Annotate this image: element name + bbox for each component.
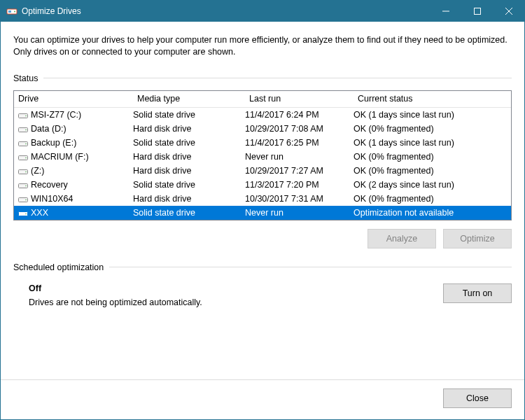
last-run: Never run: [245, 152, 354, 162]
divider: [43, 78, 512, 78]
drive-icon: [18, 209, 28, 216]
drive-list[interactable]: Drive Media type Last run Current status…: [13, 90, 512, 220]
last-run: 10/29/2017 7:27 AM: [245, 166, 354, 176]
media-type: Solid state drive: [133, 138, 245, 148]
svg-point-12: [25, 143, 27, 144]
svg-point-16: [25, 171, 27, 172]
intro-text: You can optimize your drives to help you…: [13, 34, 512, 58]
table-row[interactable]: WIN10X64Hard disk drive10/30/2017 7:31 A…: [14, 192, 511, 206]
last-run: Never run: [245, 208, 354, 218]
drive-icon: [18, 153, 28, 160]
scheduled-header: Scheduled optimization: [13, 262, 512, 272]
drive-name: Backup (E:): [31, 138, 76, 148]
svg-point-14: [25, 157, 27, 158]
current-status: OK (1 days since last run): [354, 110, 511, 120]
optimize-drives-window: Optimize Drives You can optimize your dr…: [0, 0, 525, 420]
current-status: OK (0% fragmented): [354, 166, 511, 176]
drive-name: (Z:): [31, 166, 44, 176]
content-area: You can optimize your drives to help you…: [1, 22, 524, 379]
drive-name: WIN10X64: [31, 194, 73, 204]
svg-point-22: [25, 213, 27, 214]
drive-icon: [18, 181, 28, 188]
drive-name: MSI-Z77 (C:): [31, 110, 81, 120]
footer: Close: [1, 379, 524, 419]
optimize-button[interactable]: Optimize: [443, 229, 512, 248]
analyze-button[interactable]: Analyze: [368, 229, 436, 248]
last-run: 11/4/2017 6:24 PM: [245, 110, 354, 120]
drive-icon: [18, 111, 28, 118]
current-status: Optimization not available: [354, 208, 511, 218]
drive-name: Data (D:): [31, 124, 66, 134]
svg-rect-4: [474, 8, 480, 15]
table-row[interactable]: Backup (E:)Solid state drive11/4/2017 6:…: [14, 136, 511, 150]
status-label: Status: [13, 74, 43, 83]
drive-icon: [18, 167, 28, 174]
last-run: 11/3/2017 7:20 PM: [245, 180, 354, 190]
scheduled-desc: Drives are not being optimized automatic…: [29, 298, 443, 307]
current-status: OK (0% fragmented): [354, 194, 511, 204]
svg-point-8: [25, 115, 27, 116]
scheduled-label: Scheduled optimization: [13, 262, 109, 272]
media-type: Solid state drive: [133, 180, 245, 190]
svg-point-20: [25, 199, 27, 200]
scheduled-state: Off: [29, 284, 443, 293]
scheduled-text: Off Drives are not being optimized autom…: [13, 284, 443, 307]
close-button[interactable]: Close: [443, 388, 512, 408]
drive-icon: [18, 125, 28, 132]
scheduled-body: Off Drives are not being optimized autom…: [13, 284, 512, 307]
app-icon: [6, 6, 18, 17]
media-type: Hard disk drive: [133, 194, 245, 204]
current-status: OK (0% fragmented): [354, 152, 511, 162]
table-row[interactable]: Data (D:)Hard disk drive10/29/2017 7:08 …: [14, 122, 511, 136]
maximize-button[interactable]: [461, 1, 493, 22]
window-title: Optimize Drives: [22, 6, 430, 16]
drive-icon: [18, 195, 28, 202]
current-status: OK (0% fragmented): [354, 124, 511, 134]
drive-list-header[interactable]: Drive Media type Last run Current status: [14, 91, 511, 108]
drive-icon: [18, 139, 28, 146]
svg-point-18: [25, 185, 27, 186]
current-status: OK (1 days since last run): [354, 138, 511, 148]
table-row[interactable]: (Z:)Hard disk drive10/29/2017 7:27 AMOK …: [14, 164, 511, 178]
svg-point-2: [14, 11, 15, 13]
table-row[interactable]: XXXSolid state driveNever runOptimizatio…: [14, 206, 511, 220]
column-status[interactable]: Current status: [354, 91, 511, 106]
media-type: Solid state drive: [133, 110, 245, 120]
last-run: 10/29/2017 7:08 AM: [245, 124, 354, 134]
last-run: 10/30/2017 7:31 AM: [245, 194, 354, 204]
media-type: Hard disk drive: [133, 124, 245, 134]
media-type: Hard disk drive: [133, 166, 245, 176]
drive-name: MACRIUM (F:): [31, 152, 89, 162]
drive-name: Recovery: [31, 180, 68, 190]
turn-on-button[interactable]: Turn on: [443, 284, 512, 303]
media-type: Solid state drive: [133, 208, 245, 218]
table-row[interactable]: RecoverySolid state drive11/3/2017 7:20 …: [14, 178, 511, 192]
column-drive[interactable]: Drive: [14, 91, 133, 106]
title-bar[interactable]: Optimize Drives: [1, 1, 524, 22]
status-header: Status: [13, 74, 512, 83]
last-run: 11/4/2017 6:25 PM: [245, 138, 354, 148]
media-type: Hard disk drive: [133, 152, 245, 162]
svg-point-10: [25, 129, 27, 130]
minimize-button[interactable]: [430, 1, 461, 22]
column-last[interactable]: Last run: [245, 91, 354, 106]
current-status: OK (2 days since last run): [354, 180, 511, 190]
table-row[interactable]: MACRIUM (F:)Hard disk driveNever runOK (…: [14, 150, 511, 164]
close-window-button[interactable]: [493, 1, 524, 22]
divider: [109, 267, 512, 267]
table-row[interactable]: MSI-Z77 (C:)Solid state drive11/4/2017 6…: [14, 108, 511, 122]
svg-rect-1: [8, 10, 11, 13]
drive-name: XXX: [31, 208, 48, 218]
column-media[interactable]: Media type: [133, 91, 245, 106]
action-button-row: Analyze Optimize: [13, 229, 512, 248]
